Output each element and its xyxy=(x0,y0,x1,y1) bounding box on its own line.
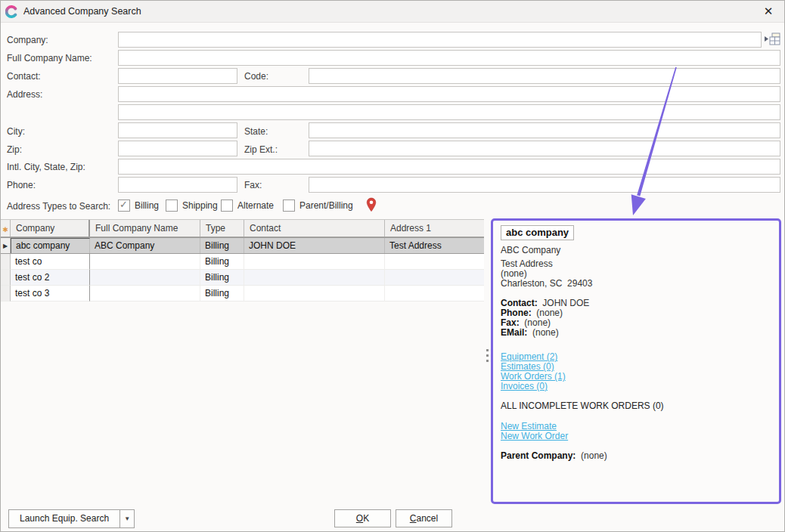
column-header-type[interactable]: Type xyxy=(200,220,244,237)
phone-label: Phone: xyxy=(7,180,36,190)
zip-ext-label: Zip Ext.: xyxy=(244,144,278,155)
table-row[interactable]: ▶ abc company ABC Company Billing JOHN D… xyxy=(1,237,484,254)
code-label: Code: xyxy=(244,71,268,82)
cell-company: test co xyxy=(11,254,90,270)
cell-full-company-name xyxy=(90,254,200,270)
cell-full-company-name xyxy=(90,270,200,286)
state-label: State: xyxy=(244,126,268,137)
cell-address1 xyxy=(385,254,484,270)
cell-address1: Test Address xyxy=(385,238,484,253)
detail-email-line: EMail: (none) xyxy=(501,328,559,338)
alternate-checkbox-group: Alternate xyxy=(221,200,274,212)
zip-input[interactable] xyxy=(118,141,237,156)
cell-type: Billing xyxy=(200,286,244,302)
intl-city-state-zip-input[interactable] xyxy=(118,159,780,175)
code-input[interactable] xyxy=(309,68,780,84)
row-indicator-icon: ▶ xyxy=(1,238,11,253)
cell-company: test co 3 xyxy=(11,286,90,302)
cell-type: Billing xyxy=(200,254,244,270)
shipping-checkbox-group: Shipping xyxy=(166,200,218,212)
column-header-full-company-name[interactable]: Full Company Name xyxy=(90,220,200,237)
launch-equip-search-label: Launch Equip. Search xyxy=(9,510,119,527)
fax-input[interactable] xyxy=(309,177,780,193)
state-input[interactable] xyxy=(309,122,780,138)
title-bar: Advanced Company Search ✕ xyxy=(1,1,784,23)
fax-label: Fax: xyxy=(244,180,262,190)
full-company-name-label: Full Company Name: xyxy=(7,53,92,63)
alternate-checkbox-label: Alternate xyxy=(237,200,274,211)
table-row[interactable]: test co 3 Billing xyxy=(1,286,484,302)
cell-address1 xyxy=(385,270,484,286)
row-indicator-cell xyxy=(1,254,11,270)
launch-equip-search-button[interactable]: Launch Equip. Search ▼ xyxy=(8,509,135,528)
table-row[interactable]: test co Billing xyxy=(1,254,484,270)
close-button[interactable]: ✕ xyxy=(759,2,778,20)
row-indicator-cell xyxy=(1,286,11,302)
cancel-button[interactable]: Cancel xyxy=(396,509,452,527)
map-pin-icon[interactable] xyxy=(365,197,378,214)
detail-company-name: abc company xyxy=(501,225,574,240)
full-company-name-input[interactable] xyxy=(118,50,780,66)
parent-company-line: Parent Company: (none) xyxy=(501,451,607,461)
cell-contact xyxy=(244,270,385,286)
zip-label: Zip: xyxy=(7,144,22,155)
new-work-order-link[interactable]: New Work Order xyxy=(501,431,568,441)
invoices-link[interactable]: Invoices (0) xyxy=(501,382,548,391)
company-detail-panel: abc company ABC Company Test Address (no… xyxy=(491,218,781,504)
advanced-company-search-dialog: Advanced Company Search ✕ Company: Full … xyxy=(0,0,785,532)
cell-full-company-name xyxy=(90,286,200,302)
company-input[interactable] xyxy=(118,32,762,48)
cell-type: Billing xyxy=(200,238,244,253)
cell-address1 xyxy=(385,286,484,302)
shipping-checkbox-label: Shipping xyxy=(182,200,218,211)
cell-type: Billing xyxy=(200,270,244,286)
contact-label: Contact: xyxy=(7,71,41,82)
results-table: ✱ Company Full Company Name Type Contact… xyxy=(1,219,484,302)
company-lookup-icon[interactable] xyxy=(764,32,782,47)
cell-contact: JOHN DOE xyxy=(244,238,385,253)
table-row[interactable]: test co 2 Billing xyxy=(1,270,484,286)
city-label: City: xyxy=(7,126,25,137)
ok-button[interactable]: OK xyxy=(334,509,391,527)
parent-billing-checkbox-group: Parent/Billing xyxy=(283,200,353,212)
shipping-checkbox[interactable] xyxy=(166,200,178,212)
column-header-company[interactable]: Company xyxy=(11,220,90,237)
company-label: Company: xyxy=(7,35,48,45)
panel-splitter-handle[interactable] xyxy=(485,349,489,366)
intl-label: Intl. City, State, Zip: xyxy=(7,162,85,172)
cell-company: test co 2 xyxy=(11,270,90,286)
billing-checkbox[interactable] xyxy=(118,200,130,212)
app-logo-icon xyxy=(5,5,18,18)
contact-input[interactable] xyxy=(118,68,237,84)
incomplete-work-orders-text: ALL INCOMPLETE WORK ORDERS (0) xyxy=(501,401,664,411)
billing-checkbox-label: Billing xyxy=(135,200,159,211)
zip-ext-input[interactable] xyxy=(309,141,780,156)
cell-full-company-name: ABC Company xyxy=(90,238,200,253)
column-header-contact[interactable]: Contact xyxy=(244,220,385,237)
billing-checkbox-group: Billing xyxy=(118,200,159,212)
address-types-label: Address Types to Search: xyxy=(7,201,110,212)
parent-billing-checkbox-label: Parent/Billing xyxy=(299,200,353,211)
column-header-address1[interactable]: Address 1 xyxy=(385,220,484,237)
address-input-1[interactable] xyxy=(118,86,780,102)
chevron-down-icon[interactable]: ▼ xyxy=(119,510,134,527)
parent-billing-checkbox[interactable] xyxy=(283,200,295,212)
cell-company: abc company xyxy=(11,238,90,253)
detail-address-line3: Charleston, SC 29403 xyxy=(501,279,592,289)
cell-contact xyxy=(244,254,385,270)
window-title: Advanced Company Search xyxy=(23,6,141,17)
phone-input[interactable] xyxy=(118,177,237,193)
alternate-checkbox[interactable] xyxy=(221,200,233,212)
table-header-row: ✱ Company Full Company Name Type Contact… xyxy=(1,219,484,237)
address-label: Address: xyxy=(7,89,42,100)
city-input[interactable] xyxy=(118,122,237,138)
cell-contact xyxy=(244,286,385,302)
detail-full-name: ABC Company xyxy=(501,246,560,255)
row-indicator-cell xyxy=(1,270,11,286)
header-marker-icon: ✱ xyxy=(1,220,11,237)
address-input-2[interactable] xyxy=(118,104,780,120)
